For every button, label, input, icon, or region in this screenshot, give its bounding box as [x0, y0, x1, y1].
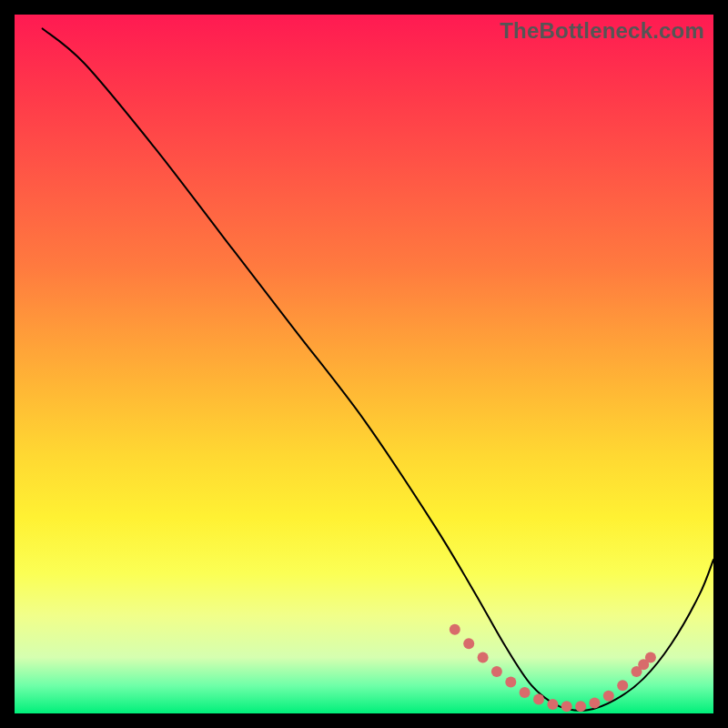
highlight-marker — [478, 652, 489, 663]
highlight-marker — [450, 624, 460, 635]
highlight-markers — [450, 624, 656, 713]
highlight-marker — [505, 676, 516, 687]
highlight-marker — [617, 680, 628, 691]
highlight-marker — [463, 638, 474, 649]
highlight-marker — [589, 698, 600, 709]
highlight-marker — [547, 699, 558, 710]
highlight-marker — [520, 687, 531, 698]
chart-svg — [15, 15, 713, 713]
highlight-marker — [645, 652, 656, 663]
chart-frame: TheBottleneck.com — [0, 0, 728, 728]
plot-area: TheBottleneck.com — [15, 15, 713, 713]
highlight-marker — [561, 701, 572, 712]
highlight-marker — [575, 701, 586, 712]
highlight-marker — [603, 691, 614, 702]
highlight-marker — [533, 694, 544, 705]
curve-line — [43, 28, 713, 710]
highlight-marker — [491, 666, 502, 677]
